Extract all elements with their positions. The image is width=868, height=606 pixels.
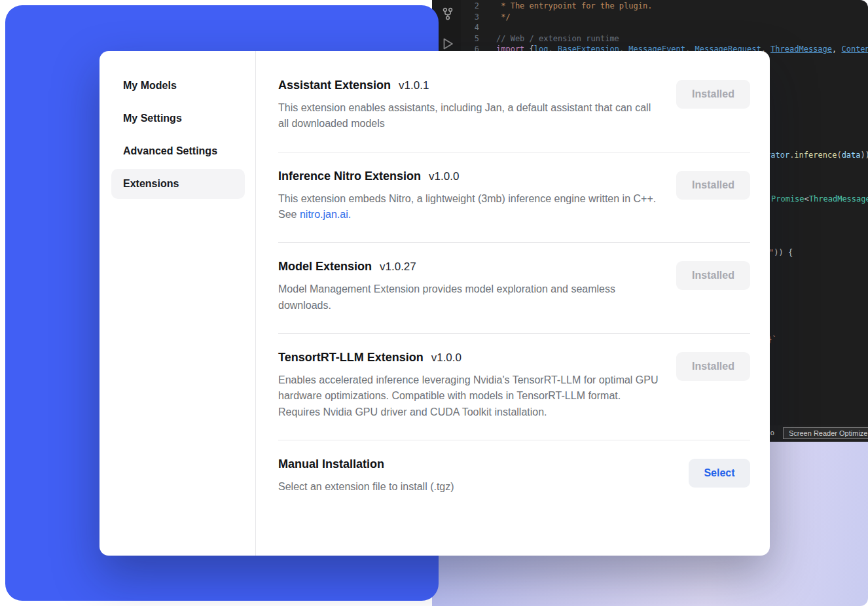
screen-reader-optimize-button[interactable]: Screen Reader Optimize xyxy=(783,427,868,439)
settings-sidebar: My Models My Settings Advanced Settings … xyxy=(99,51,256,556)
sidebar-item-my-models[interactable]: My Models xyxy=(111,71,245,101)
code-fragment-inference: rator.inference(data)); xyxy=(766,151,868,160)
type-name: Promise xyxy=(771,194,805,204)
punctuation: )); xyxy=(861,151,868,160)
line-number: 3 xyxy=(461,12,488,23)
line-number: 4 xyxy=(461,22,488,33)
punctuation: , xyxy=(832,45,841,54)
manual-installation-entry: Manual Installation Select an extension … xyxy=(278,440,750,514)
installed-button[interactable]: Installed xyxy=(676,261,750,290)
extension-entry-model: Model Extension v1.0.27 Model Management… xyxy=(278,243,750,333)
code-fragment-promise: Promise<ThreadMessage> xyxy=(771,194,868,204)
type-name: ThreadMessage xyxy=(809,194,868,204)
extension-version: v1.0.27 xyxy=(380,260,416,274)
sidebar-item-extensions[interactable]: Extensions xyxy=(111,169,245,199)
code-fragment-paren: ")) { xyxy=(769,248,793,257)
code-lines: 2 * The entrypoint for the plugin. 3 */ … xyxy=(461,1,868,55)
manual-installation-description: Select an extension file to install (.tg… xyxy=(278,479,454,495)
extension-description: Model Management Extension provides mode… xyxy=(278,281,659,313)
sidebar-item-my-settings[interactable]: My Settings xyxy=(111,103,245,134)
extension-entry-assistant: Assistant Extension v1.0.1 This extensio… xyxy=(278,62,750,152)
code-line: 2 * The entrypoint for the plugin. xyxy=(461,1,868,12)
code-line: 3 */ xyxy=(461,12,868,23)
extension-title: Inference Nitro Extension xyxy=(278,169,421,183)
doc-comment-text: * The entrypoint for the plugin. xyxy=(496,1,652,10)
import-identifier: ContentType xyxy=(841,45,868,54)
sidebar-item-advanced-settings[interactable]: Advanced Settings xyxy=(111,136,245,166)
method-name: inference xyxy=(794,151,837,160)
description-text: Enables accelerated inference leveraging… xyxy=(278,374,659,418)
installed-button[interactable]: Installed xyxy=(676,80,750,109)
extension-title: TensortRT-LLM Extension xyxy=(278,351,424,365)
extension-title-row: Manual Installation xyxy=(278,457,454,471)
punctuation: < xyxy=(805,194,809,204)
select-file-button[interactable]: Select xyxy=(689,459,750,488)
extensions-panel: Assistant Extension v1.0.1 This extensio… xyxy=(256,51,770,556)
extension-entry-tensorrt-llm: TensortRT-LLM Extension v1.0.0 Enables a… xyxy=(278,334,750,440)
punctuation: ( xyxy=(837,151,841,160)
nitro-jan-ai-link[interactable]: nitro.jan.ai. xyxy=(300,209,351,220)
extension-version: v1.0.0 xyxy=(429,170,459,183)
extension-title: Model Extension xyxy=(278,260,372,274)
installed-button[interactable]: Installed xyxy=(676,171,750,200)
description-text: Model Management Extension provides mode… xyxy=(278,283,615,310)
line-number: 2 xyxy=(461,1,488,12)
installed-button[interactable]: Installed xyxy=(676,352,750,381)
manual-installation-title: Manual Installation xyxy=(278,457,384,471)
extension-version: v1.0.0 xyxy=(431,351,461,365)
doc-comment-end: */ xyxy=(496,12,511,22)
extension-description: This extension enables assistants, inclu… xyxy=(278,100,659,132)
extension-version: v1.0.1 xyxy=(399,79,429,92)
identifier: data xyxy=(842,151,861,160)
extension-title-row: TensortRT-LLM Extension v1.0.0 xyxy=(278,351,659,365)
extension-entry-inference-nitro: Inference Nitro Extension v1.0.0 This ex… xyxy=(278,152,750,243)
source-control-icon[interactable] xyxy=(441,7,455,23)
extension-title-row: Model Extension v1.0.27 xyxy=(278,260,659,274)
runtime-comment-text: // Web / extension runtime xyxy=(496,34,619,43)
code-line: 4 xyxy=(461,22,868,33)
extension-description: This extension embeds Nitro, a lightweig… xyxy=(278,191,659,223)
extension-description: Enables accelerated inference leveraging… xyxy=(278,372,659,420)
desktop: 2 * The entrypoint for the plugin. 3 */ … xyxy=(0,0,868,606)
extension-title-row: Assistant Extension v1.0.1 xyxy=(278,79,659,92)
import-identifier: ThreadMessage xyxy=(770,45,832,54)
code-line: 5 // Web / extension runtime xyxy=(461,33,868,45)
punctuation: )) { xyxy=(774,248,793,257)
extension-title: Assistant Extension xyxy=(278,79,391,92)
settings-modal: My Models My Settings Advanced Settings … xyxy=(99,51,770,556)
extension-title-row: Inference Nitro Extension v1.0.0 xyxy=(278,169,659,183)
line-number: 5 xyxy=(461,33,488,45)
description-text: Select an extension file to install (.tg… xyxy=(278,481,454,492)
description-text: This extension enables assistants, inclu… xyxy=(278,102,651,129)
